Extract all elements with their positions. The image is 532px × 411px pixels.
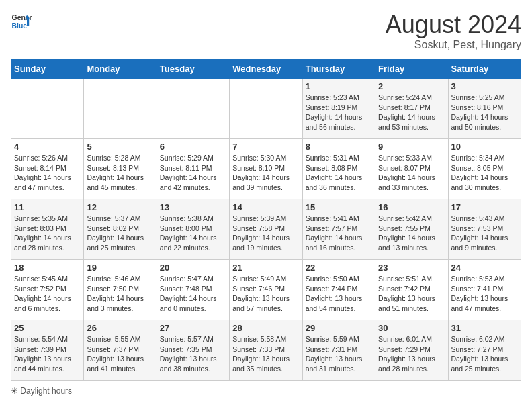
day-info: Sunrise: 5:35 AM Sunset: 8:03 PM Dayligh… <box>14 214 81 253</box>
calendar-cell: 19Sunrise: 5:46 AM Sunset: 7:50 PM Dayli… <box>84 260 157 320</box>
calendar-cell: 13Sunrise: 5:38 AM Sunset: 8:00 PM Dayli… <box>157 199 229 260</box>
day-info: Sunrise: 5:39 AM Sunset: 7:58 PM Dayligh… <box>232 214 299 253</box>
weekday-header: Thursday <box>302 60 375 79</box>
day-info: Sunrise: 5:23 AM Sunset: 8:19 PM Dayligh… <box>306 93 372 132</box>
weekday-header-row: SundayMondayTuesdayWednesdayThursdayFrid… <box>11 60 521 79</box>
day-number: 15 <box>306 202 372 212</box>
calendar-cell: 3Sunrise: 5:25 AM Sunset: 8:16 PM Daylig… <box>448 79 521 139</box>
day-info: Sunrise: 5:34 AM Sunset: 8:05 PM Dayligh… <box>451 153 518 193</box>
calendar-week-row: 18Sunrise: 5:45 AM Sunset: 7:52 PM Dayli… <box>11 260 521 320</box>
day-number: 26 <box>87 323 153 333</box>
day-number: 29 <box>306 323 372 333</box>
calendar-cell <box>230 79 302 139</box>
day-number: 19 <box>87 263 153 273</box>
calendar-week-row: 11Sunrise: 5:35 AM Sunset: 8:03 PM Dayli… <box>11 199 521 260</box>
day-info: Sunrise: 5:46 AM Sunset: 7:50 PM Dayligh… <box>87 274 153 314</box>
month-year-title: August 2024 <box>386 11 521 39</box>
day-info: Sunrise: 5:30 AM Sunset: 8:10 PM Dayligh… <box>232 153 299 193</box>
calendar-cell <box>84 79 157 139</box>
day-number: 3 <box>451 81 518 91</box>
day-number: 28 <box>232 323 299 333</box>
day-number: 18 <box>14 263 81 273</box>
day-info: Sunrise: 5:29 AM Sunset: 8:11 PM Dayligh… <box>160 153 226 193</box>
day-info: Sunrise: 5:53 AM Sunset: 7:41 PM Dayligh… <box>451 274 518 314</box>
calendar-cell: 24Sunrise: 5:53 AM Sunset: 7:41 PM Dayli… <box>448 260 521 320</box>
day-number: 21 <box>232 263 299 273</box>
day-number: 25 <box>14 323 81 333</box>
calendar-cell: 8Sunrise: 5:31 AM Sunset: 8:08 PM Daylig… <box>302 139 375 199</box>
day-number: 16 <box>378 202 445 212</box>
calendar-cell: 4Sunrise: 5:26 AM Sunset: 8:14 PM Daylig… <box>11 139 84 199</box>
calendar-cell: 22Sunrise: 5:50 AM Sunset: 7:44 PM Dayli… <box>302 260 375 320</box>
calendar-cell: 27Sunrise: 5:57 AM Sunset: 7:35 PM Dayli… <box>157 320 229 381</box>
weekday-header: Sunday <box>11 60 84 79</box>
day-number: 10 <box>451 142 518 152</box>
svg-text:Blue: Blue <box>12 22 28 30</box>
day-number: 9 <box>378 142 445 152</box>
day-info: Sunrise: 5:55 AM Sunset: 7:37 PM Dayligh… <box>87 334 153 374</box>
day-info: Sunrise: 5:33 AM Sunset: 8:07 PM Dayligh… <box>378 153 445 193</box>
day-info: Sunrise: 6:02 AM Sunset: 7:27 PM Dayligh… <box>451 334 518 374</box>
day-info: Sunrise: 5:59 AM Sunset: 7:31 PM Dayligh… <box>306 334 372 374</box>
day-info: Sunrise: 5:51 AM Sunset: 7:42 PM Dayligh… <box>378 274 445 314</box>
calendar-cell: 28Sunrise: 5:58 AM Sunset: 7:33 PM Dayli… <box>230 320 302 381</box>
calendar-cell: 21Sunrise: 5:49 AM Sunset: 7:46 PM Dayli… <box>230 260 302 320</box>
calendar-table: SundayMondayTuesdayWednesdayThursdayFrid… <box>11 59 521 381</box>
day-info: Sunrise: 5:41 AM Sunset: 7:57 PM Dayligh… <box>306 214 372 253</box>
calendar-cell: 16Sunrise: 5:42 AM Sunset: 7:55 PM Dayli… <box>375 199 448 260</box>
title-area: August 2024 Soskut, Pest, Hungary <box>386 11 521 51</box>
day-number: 13 <box>160 202 226 212</box>
day-number: 17 <box>451 202 518 212</box>
day-number: 5 <box>87 142 153 152</box>
day-number: 23 <box>378 263 445 273</box>
calendar-cell: 6Sunrise: 5:29 AM Sunset: 8:11 PM Daylig… <box>157 139 229 199</box>
day-info: Sunrise: 6:01 AM Sunset: 7:29 PM Dayligh… <box>378 334 445 374</box>
day-info: Sunrise: 5:47 AM Sunset: 7:48 PM Dayligh… <box>160 274 226 314</box>
day-info: Sunrise: 5:25 AM Sunset: 8:16 PM Dayligh… <box>451 93 518 132</box>
logo: General Blue <box>11 11 32 32</box>
day-info: Sunrise: 5:24 AM Sunset: 8:17 PM Dayligh… <box>378 93 445 132</box>
day-number: 22 <box>306 263 372 273</box>
calendar-cell: 18Sunrise: 5:45 AM Sunset: 7:52 PM Dayli… <box>11 260 84 320</box>
day-number: 7 <box>232 142 299 152</box>
weekday-header: Tuesday <box>157 60 229 79</box>
day-number: 12 <box>87 202 153 212</box>
weekday-header: Wednesday <box>230 60 302 79</box>
day-info: Sunrise: 5:49 AM Sunset: 7:46 PM Dayligh… <box>232 274 299 314</box>
day-number: 24 <box>451 263 518 273</box>
calendar-cell: 23Sunrise: 5:51 AM Sunset: 7:42 PM Dayli… <box>375 260 448 320</box>
calendar-cell: 31Sunrise: 6:02 AM Sunset: 7:27 PM Dayli… <box>448 320 521 381</box>
calendar-cell: 12Sunrise: 5:37 AM Sunset: 8:02 PM Dayli… <box>84 199 157 260</box>
day-info: Sunrise: 5:50 AM Sunset: 7:44 PM Dayligh… <box>306 274 372 314</box>
calendar-cell: 9Sunrise: 5:33 AM Sunset: 8:07 PM Daylig… <box>375 139 448 199</box>
calendar-cell: 30Sunrise: 6:01 AM Sunset: 7:29 PM Dayli… <box>375 320 448 381</box>
calendar-week-row: 1Sunrise: 5:23 AM Sunset: 8:19 PM Daylig… <box>11 79 521 139</box>
legend: ☀ Daylight hours <box>11 386 521 396</box>
calendar-cell: 1Sunrise: 5:23 AM Sunset: 8:19 PM Daylig… <box>302 79 375 139</box>
day-info: Sunrise: 5:37 AM Sunset: 8:02 PM Dayligh… <box>87 214 153 253</box>
day-info: Sunrise: 5:43 AM Sunset: 7:53 PM Dayligh… <box>451 214 518 253</box>
weekday-header: Saturday <box>448 60 521 79</box>
calendar-cell: 17Sunrise: 5:43 AM Sunset: 7:53 PM Dayli… <box>448 199 521 260</box>
day-info: Sunrise: 5:58 AM Sunset: 7:33 PM Dayligh… <box>232 334 299 374</box>
location-subtitle: Soskut, Pest, Hungary <box>386 39 521 51</box>
day-number: 30 <box>378 323 445 333</box>
calendar-cell: 25Sunrise: 5:54 AM Sunset: 7:39 PM Dayli… <box>11 320 84 381</box>
day-info: Sunrise: 5:42 AM Sunset: 7:55 PM Dayligh… <box>378 214 445 253</box>
calendar-cell <box>157 79 229 139</box>
calendar-cell: 20Sunrise: 5:47 AM Sunset: 7:48 PM Dayli… <box>157 260 229 320</box>
calendar-cell: 15Sunrise: 5:41 AM Sunset: 7:57 PM Dayli… <box>302 199 375 260</box>
day-number: 1 <box>306 81 372 91</box>
day-info: Sunrise: 5:28 AM Sunset: 8:13 PM Dayligh… <box>87 153 153 193</box>
calendar-cell: 7Sunrise: 5:30 AM Sunset: 8:10 PM Daylig… <box>230 139 302 199</box>
day-info: Sunrise: 5:57 AM Sunset: 7:35 PM Dayligh… <box>160 334 226 374</box>
day-number: 31 <box>451 323 518 333</box>
day-number: 4 <box>14 142 81 152</box>
calendar-cell: 14Sunrise: 5:39 AM Sunset: 7:58 PM Dayli… <box>230 199 302 260</box>
day-number: 2 <box>378 81 445 91</box>
calendar-week-row: 25Sunrise: 5:54 AM Sunset: 7:39 PM Dayli… <box>11 320 521 381</box>
calendar-cell <box>11 79 84 139</box>
day-number: 11 <box>14 202 81 212</box>
day-number: 6 <box>160 142 226 152</box>
weekday-header: Monday <box>84 60 157 79</box>
